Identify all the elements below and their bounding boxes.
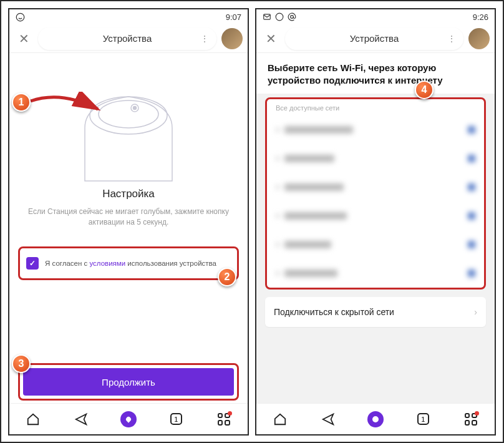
wifi-network-row[interactable] — [267, 259, 484, 288]
setup-description: Если Станция сейчас не мигает голубым, з… — [9, 200, 248, 228]
nav-alice-icon[interactable] — [367, 411, 384, 428]
svg-point-4 — [133, 107, 137, 110]
nav-send-icon[interactable] — [72, 411, 90, 428]
device-illustration — [66, 72, 191, 184]
content-area: Выберите сеть Wi-Fi, через которую устро… — [256, 53, 495, 403]
wifi-network-row[interactable] — [267, 173, 484, 202]
marker-3: 3 — [12, 354, 31, 373]
consent-checkbox[interactable]: ✓ — [26, 257, 39, 270]
status-bar: 9:07 — [9, 9, 248, 24]
wifi-network-row[interactable] — [267, 202, 484, 230]
wifi-networks-box: Все доступные сети — [265, 97, 486, 290]
bottom-nav: 1 — [256, 403, 495, 434]
wifi-network-row[interactable] — [267, 115, 484, 144]
marker-4: 4 — [415, 80, 434, 99]
networks-section-label: Все доступные сети — [267, 103, 484, 115]
header: ✕ Устройства ⋮ — [256, 24, 495, 53]
marker-2: 2 — [218, 268, 236, 286]
consent-prefix: Я согласен с — [45, 260, 89, 267]
svg-point-0 — [16, 13, 24, 21]
more-icon[interactable]: ⋮ — [447, 34, 456, 44]
svg-point-2 — [99, 100, 158, 128]
nav-home-icon[interactable] — [271, 411, 289, 428]
page-title: Устройства — [350, 33, 399, 44]
terms-link[interactable]: условиями — [89, 260, 125, 267]
consent-checkbox-area: ✓ Я согласен с условиями использования у… — [18, 246, 239, 280]
status-bar: 9:26 — [256, 9, 495, 24]
marker-1: 1 — [12, 93, 31, 112]
wifi-network-row[interactable] — [267, 230, 484, 259]
nav-tabs-icon[interactable]: 1 — [414, 411, 432, 428]
phone-right: 9:26 ✕ Устройства ⋮ Выберите сеть Wi-Fi,… — [255, 8, 496, 436]
consent-text: Я согласен с условиями использования уст… — [45, 260, 216, 267]
more-icon[interactable]: ⋮ — [200, 34, 209, 44]
whatsapp-icon — [16, 12, 25, 22]
whatsapp-icon — [275, 12, 284, 21]
nav-tabs-icon[interactable]: 1 — [167, 411, 185, 428]
page-title-pill[interactable]: Устройства ⋮ — [38, 27, 216, 50]
setup-title: Настройка — [9, 188, 248, 200]
at-icon — [288, 12, 296, 21]
wifi-network-row[interactable] — [267, 144, 484, 173]
close-icon[interactable]: ✕ — [14, 31, 33, 46]
content-area: Настройка Если Станция сейчас не мигает … — [9, 53, 248, 403]
wifi-prompt-text: Выберите сеть Wi-Fi, через которую устро… — [256, 53, 495, 94]
svg-point-7 — [291, 16, 294, 19]
nav-apps-icon[interactable] — [462, 411, 480, 428]
bottom-nav: 1 — [9, 403, 248, 434]
arrow-1 — [24, 92, 105, 123]
nav-send-icon[interactable] — [319, 411, 337, 428]
avatar[interactable] — [221, 28, 243, 49]
phone-left: 9:07 ✕ Устройства ⋮ — [8, 8, 249, 436]
nav-apps-icon[interactable] — [215, 411, 233, 428]
clock: 9:26 — [473, 12, 488, 22]
nav-alice-icon[interactable] — [120, 411, 137, 428]
nav-home-icon[interactable] — [24, 411, 42, 428]
status-left-icons — [263, 12, 296, 21]
header: ✕ Устройства ⋮ — [9, 24, 248, 53]
consent-suffix: использования устройства — [125, 260, 216, 267]
continue-button[interactable]: Продолжить — [23, 368, 234, 396]
page-title-pill[interactable]: Устройства ⋮ — [285, 27, 463, 50]
svg-point-6 — [276, 13, 283, 21]
mail-icon — [263, 12, 271, 21]
page-title: Устройства — [103, 33, 152, 44]
hidden-network-button[interactable]: Подключиться к скрытой сети › — [265, 297, 486, 327]
clock: 9:07 — [226, 12, 241, 22]
screenshot-pair: 9:07 ✕ Устройства ⋮ — [0, 0, 504, 443]
hidden-network-label: Подключиться к скрытой сети — [274, 307, 394, 317]
avatar[interactable] — [468, 28, 490, 49]
status-left-icons — [16, 12, 25, 22]
continue-highlight: Продолжить — [18, 363, 239, 401]
chevron-right-icon: › — [474, 307, 477, 317]
close-icon[interactable]: ✕ — [261, 31, 280, 46]
